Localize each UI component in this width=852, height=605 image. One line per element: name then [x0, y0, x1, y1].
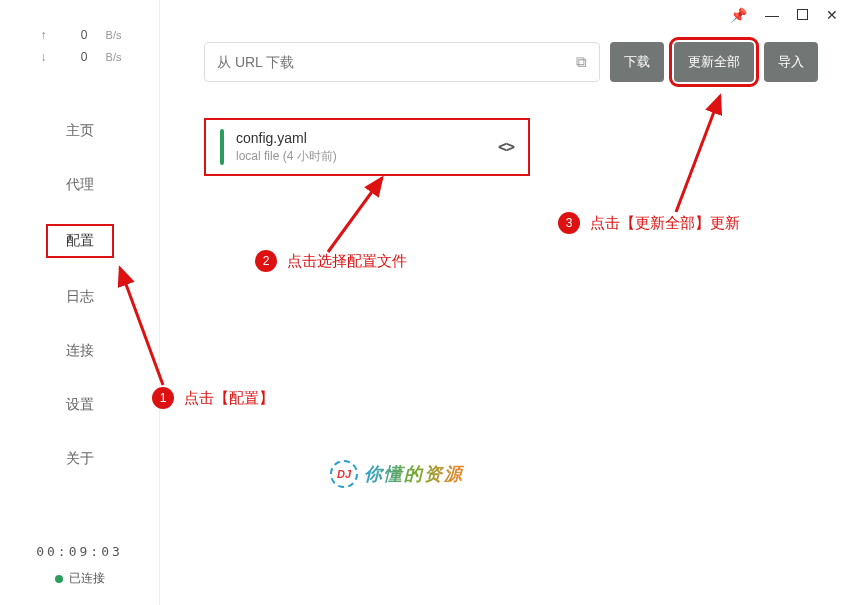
watermark-logo-icon: DJ: [330, 460, 358, 488]
status-dot-icon: [55, 575, 63, 583]
annotation-1-text: 点击【配置】: [184, 389, 274, 408]
nav: 主页 代理 配置 日志 连接 设置 关于: [0, 104, 159, 486]
download-button[interactable]: 下载: [610, 42, 664, 82]
config-subtitle: local file (4 小时前): [236, 148, 486, 165]
annotation-2-badge: 2: [255, 250, 277, 272]
nav-config[interactable]: 配置: [46, 224, 114, 258]
nav-settings[interactable]: 设置: [0, 378, 159, 432]
download-unit: B/s: [106, 51, 122, 63]
import-button[interactable]: 导入: [764, 42, 818, 82]
annotation-2: 2 点击选择配置文件: [255, 250, 407, 272]
connection-status: 已连接: [55, 570, 105, 587]
watermark-text: 你懂的资源: [364, 462, 464, 486]
annotation-2-text: 点击选择配置文件: [287, 252, 407, 271]
upload-unit: B/s: [106, 29, 122, 41]
uptime: 00:09:03: [0, 544, 159, 559]
config-card[interactable]: config.yaml local file (4 小时前) <>: [204, 118, 530, 176]
nav-about[interactable]: 关于: [0, 432, 159, 486]
speed-panel: ↑ 0 B/s ↓ 0 B/s: [0, 0, 159, 90]
download-value: 0: [68, 50, 88, 64]
card-body: config.yaml local file (4 小时前): [236, 130, 486, 165]
nav-proxy[interactable]: 代理: [0, 158, 159, 212]
annotation-1: 1 点击【配置】: [152, 387, 274, 409]
annotation-3-text: 点击【更新全部】更新: [590, 214, 740, 233]
status-panel: 00:09:03 已连接: [0, 544, 159, 588]
code-icon[interactable]: <>: [498, 138, 514, 156]
toolbar: ⧉ 下载 更新全部 导入: [204, 42, 818, 82]
card-active-bar-icon: [220, 129, 224, 165]
upload-speed: ↑ 0 B/s: [0, 28, 159, 42]
nav-config-wrap[interactable]: 配置: [0, 212, 159, 270]
download-arrow-icon: ↓: [38, 50, 50, 64]
nav-home[interactable]: 主页: [0, 104, 159, 158]
url-input[interactable]: [217, 54, 576, 70]
watermark: DJ 你懂的资源: [330, 460, 464, 488]
update-all-button[interactable]: 更新全部: [674, 42, 754, 82]
annotation-3-badge: 3: [558, 212, 580, 234]
sidebar: ↑ 0 B/s ↓ 0 B/s 主页 代理 配置 日志 连接 设置 关于 00:…: [0, 0, 160, 605]
status-label: 已连接: [69, 570, 105, 587]
nav-connections[interactable]: 连接: [0, 324, 159, 378]
url-input-box[interactable]: ⧉: [204, 42, 600, 82]
annotation-1-badge: 1: [152, 387, 174, 409]
paste-icon[interactable]: ⧉: [576, 53, 587, 71]
annotation-3: 3 点击【更新全部】更新: [558, 212, 740, 234]
nav-logs[interactable]: 日志: [0, 270, 159, 324]
main-panel: ⧉ 下载 更新全部 导入 config.yaml local file (4 小…: [160, 0, 852, 605]
upload-value: 0: [68, 28, 88, 42]
download-speed: ↓ 0 B/s: [0, 50, 159, 64]
config-title: config.yaml: [236, 130, 486, 146]
upload-arrow-icon: ↑: [38, 28, 50, 42]
